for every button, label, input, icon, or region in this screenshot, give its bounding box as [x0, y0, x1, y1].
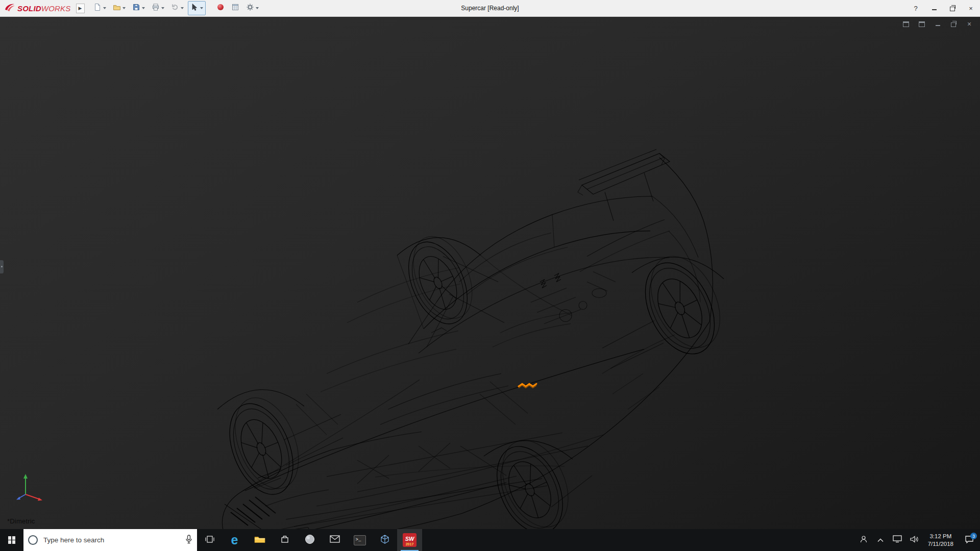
close-button[interactable]: ×	[962, 0, 980, 16]
start-button[interactable]	[0, 529, 23, 551]
search-input[interactable]	[42, 536, 181, 544]
titlebar: SOLIDWORKS ▶	[0, 0, 980, 17]
dropdown-caret-icon[interactable]	[122, 7, 126, 9]
orientation-triad-icon	[9, 470, 45, 508]
hidden-icons-button[interactable]	[872, 529, 889, 551]
window-title: Supercar [Read-only]	[461, 5, 519, 12]
dropdown-caret-icon[interactable]	[103, 7, 106, 9]
doc-restore-button[interactable]	[949, 20, 958, 28]
appearance-ball-icon	[216, 3, 225, 13]
circular-app-icon	[305, 534, 315, 546]
car-body-lines	[216, 149, 736, 529]
store-button[interactable]	[272, 529, 297, 551]
dropdown-caret-icon[interactable]	[142, 7, 145, 9]
doc-window-pane-icon-2[interactable]	[917, 20, 926, 28]
minimize-icon	[932, 9, 937, 10]
terminal-button[interactable]: >_	[347, 529, 372, 551]
select-cursor-icon	[190, 3, 199, 13]
print-button[interactable]	[149, 1, 167, 15]
brand-text: SOLIDWORKS	[17, 4, 71, 13]
circular-app-button[interactable]	[297, 529, 322, 551]
person-icon	[860, 535, 868, 545]
model-viewport[interactable]: × *Dimetric	[0, 17, 980, 529]
file-explorer-icon	[254, 535, 265, 546]
file-explorer-button[interactable]	[247, 529, 272, 551]
edge-icon: e	[231, 534, 238, 546]
dropdown-caret-icon[interactable]	[161, 7, 164, 9]
design-table-button[interactable]	[229, 1, 242, 15]
store-bag-icon	[280, 535, 289, 546]
save-button[interactable]	[130, 1, 148, 15]
gear-icon	[246, 3, 254, 13]
3d-cube-icon	[380, 534, 390, 546]
taskbar: e >_	[0, 529, 980, 551]
minimize-icon	[936, 25, 940, 26]
minimize-button[interactable]	[925, 0, 943, 16]
highlighted-sketch-segment[interactable]	[519, 384, 536, 388]
window-controls: ? ×	[906, 0, 980, 16]
3d-viewer-button[interactable]	[372, 529, 397, 551]
clock-time: 3:12 PM	[929, 533, 951, 540]
view-orientation-label: *Dimetric	[7, 517, 35, 525]
doc-minimize-button[interactable]	[933, 20, 942, 28]
new-document-button[interactable]	[91, 1, 109, 15]
help-button[interactable]: ?	[906, 0, 925, 16]
window-pane-icon	[919, 21, 925, 27]
solidworks-app-icon: SW 2017	[403, 533, 416, 547]
quick-access-toolbar	[91, 1, 261, 15]
doc-window-pane-icon-1[interactable]	[901, 20, 911, 28]
dropdown-caret-icon[interactable]	[256, 7, 259, 9]
new-document-icon	[93, 3, 102, 13]
doc-close-button[interactable]: ×	[965, 20, 974, 28]
restore-icon	[951, 22, 956, 27]
taskbar-search-box[interactable]	[23, 529, 197, 551]
edge-button[interactable]: e	[222, 529, 247, 551]
design-table-icon	[231, 3, 239, 13]
network-icon	[893, 535, 902, 545]
dropdown-caret-icon[interactable]	[200, 7, 203, 9]
window-pane-icon	[903, 21, 909, 27]
network-button[interactable]	[889, 529, 906, 551]
document-window-controls: ×	[901, 20, 974, 28]
print-icon	[152, 3, 160, 13]
action-center-button[interactable]: 3	[959, 529, 980, 551]
dropdown-caret-icon[interactable]	[181, 7, 184, 9]
terminal-icon: >_	[354, 535, 366, 545]
panel-collapse-handle[interactable]	[0, 260, 4, 273]
save-floppy-icon	[132, 3, 140, 13]
ds-swirl-icon	[4, 3, 15, 14]
cortana-icon	[28, 535, 38, 545]
open-button[interactable]	[110, 1, 128, 15]
menu-expand-button[interactable]: ▶	[76, 4, 85, 13]
people-button[interactable]	[855, 529, 872, 551]
solidworks-window: SOLIDWORKS ▶	[0, 0, 980, 551]
options-button[interactable]	[243, 1, 261, 15]
volume-button[interactable]	[906, 529, 923, 551]
mail-envelope-icon	[330, 535, 340, 545]
task-view-icon	[205, 535, 215, 545]
restore-icon	[950, 7, 955, 11]
edit-appearance-button[interactable]	[214, 1, 227, 15]
system-tray: 3:12 PM 7/11/2018 3	[855, 529, 980, 551]
clock-date: 7/11/2018	[928, 540, 953, 548]
solidworks-logo: SOLIDWORKS	[4, 3, 71, 14]
speaker-icon	[910, 535, 919, 545]
taskbar-clock[interactable]: 3:12 PM 7/11/2018	[923, 529, 959, 551]
task-view-button[interactable]	[197, 529, 222, 551]
undo-button[interactable]	[168, 1, 186, 15]
microphone-icon[interactable]	[185, 535, 192, 546]
windows-logo-icon	[8, 536, 16, 544]
chevron-up-icon	[877, 536, 884, 545]
undo-icon	[171, 3, 179, 13]
solidworks-taskbar-button[interactable]: SW 2017	[397, 529, 422, 551]
wireframe-car-model[interactable]	[0, 17, 980, 529]
select-tool-button[interactable]	[188, 1, 206, 15]
mail-button[interactable]	[322, 529, 347, 551]
restore-button[interactable]	[943, 0, 962, 16]
notification-badge: 3	[970, 533, 977, 539]
open-folder-icon	[113, 3, 121, 13]
